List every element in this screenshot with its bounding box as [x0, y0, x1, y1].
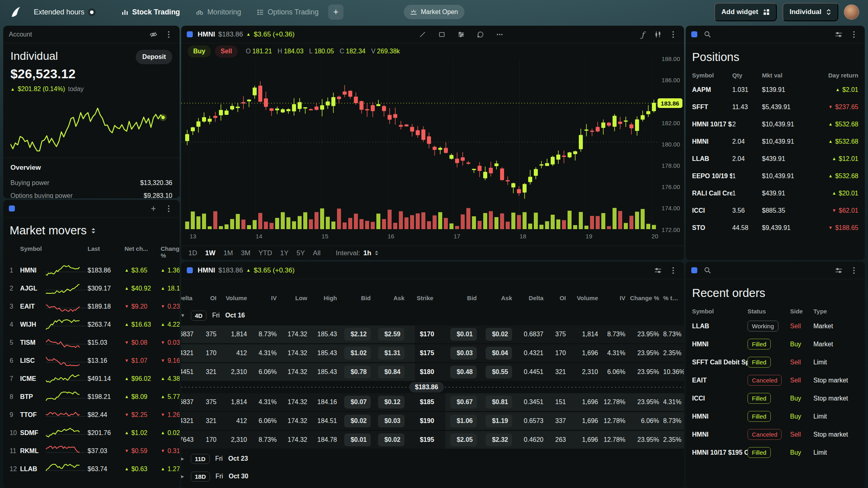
- range-button-ytd[interactable]: YTD: [258, 249, 272, 257]
- position-row[interactable]: SFFT11.43$5,439.91▼$237.65: [686, 98, 865, 116]
- formula-icon[interactable]: ƒ: [637, 29, 648, 40]
- call-ask-button[interactable]: $1.31: [378, 347, 404, 360]
- positions-filter-icon[interactable]: [833, 29, 844, 40]
- extended-hours-toggle[interactable]: Extended hours: [34, 8, 94, 16]
- interval-stepper-icon[interactable]: [374, 250, 379, 256]
- sort-updown-icon[interactable]: [91, 227, 96, 234]
- widget-drag-handle[interactable]: [9, 205, 15, 211]
- range-button-1m[interactable]: 1M: [223, 249, 233, 257]
- order-row[interactable]: HMNI 10/17 $195 CallFilledBuyLimit: [686, 443, 865, 462]
- put-ask-button[interactable]: $0.02: [486, 328, 512, 341]
- option-chain-row[interactable]: 0.76431702,3108.73%174.32184.78$0.01$0.0…: [181, 431, 684, 449]
- put-bid-button[interactable]: $2.05: [450, 433, 477, 446]
- interval-control[interactable]: Interval: 1h: [336, 249, 379, 257]
- call-ask-button[interactable]: $0.02: [378, 433, 404, 446]
- call-ask-button[interactable]: $0.03: [378, 415, 404, 427]
- put-bid-button[interactable]: $0.03: [450, 347, 477, 360]
- option-chain-row[interactable]: 0.44513212,3106.06%174.32185.43$0.78$0.8…: [181, 363, 684, 381]
- add-symbol-icon[interactable]: +: [148, 203, 159, 214]
- tab-stock-trading[interactable]: Stock Trading: [115, 4, 186, 20]
- widget-drag-handle[interactable]: [691, 267, 697, 273]
- call-bid-button[interactable]: $0.01: [344, 433, 371, 446]
- option-chain-row[interactable]: 0.43211704124.31%174.32185.43$1.02$1.31$…: [181, 344, 684, 362]
- option-chain-row[interactable]: 0.43213214126.06%174.32184.51$0.02$0.03$…: [181, 412, 684, 430]
- range-button-5y[interactable]: 5Y: [296, 249, 305, 257]
- order-row[interactable]: EAITCanceledSellStop market: [686, 371, 865, 389]
- call-bid-button[interactable]: $0.02: [344, 415, 371, 427]
- list-item[interactable]: 10SDMF$201.76▲$1.02▲0.02%: [3, 424, 180, 442]
- movers-menu-kebab-icon[interactable]: [163, 203, 174, 214]
- user-avatar[interactable]: [844, 4, 859, 20]
- list-item[interactable]: 2AJGL$309.17▲$40.92▲18.11%: [3, 279, 180, 297]
- robinhood-logo-icon[interactable]: [9, 5, 22, 19]
- call-bid-button[interactable]: $0.78: [344, 366, 371, 378]
- option-chain-row[interactable]: 0.68373751,8148.73%174.32185.43$2.12$2.5…: [181, 325, 684, 343]
- list-item[interactable]: 11RKML$37.03▼$0.59▼0.31%: [3, 442, 180, 460]
- expiry-row-oct23[interactable]: ▶ 11D Fri Oct 23: [181, 451, 684, 466]
- range-button-3m[interactable]: 3M: [241, 249, 251, 257]
- list-item[interactable]: 12LLAB$63.74▲$0.63▲1.27%: [3, 460, 180, 478]
- put-ask-button[interactable]: $2.32: [486, 433, 512, 446]
- tab-options-trading[interactable]: Options Trading: [251, 4, 325, 20]
- order-row[interactable]: LLABWorkingSellMarket: [686, 317, 865, 335]
- more-tools-ellipsis-icon[interactable]: [494, 29, 505, 40]
- put-bid-button[interactable]: $0.01: [450, 328, 477, 341]
- hide-balances-icon[interactable]: [148, 29, 159, 40]
- position-row[interactable]: EEPO 10/19 $456 Put1$10,439.91▲$532.68: [686, 167, 865, 185]
- add-tab-button[interactable]: +: [328, 4, 343, 20]
- tab-monitoring[interactable]: Monitoring: [190, 4, 247, 20]
- position-row[interactable]: HMNI2.04$10,439.91▲$532.68: [686, 133, 865, 150]
- orders-menu-kebab-icon[interactable]: [849, 265, 859, 276]
- indicators-icon[interactable]: [456, 29, 466, 40]
- call-bid-button[interactable]: $2.12: [344, 328, 371, 341]
- put-bid-button[interactable]: $0.48: [450, 366, 477, 378]
- position-row[interactable]: LLAB2.04$439.91▲$12.01: [686, 150, 865, 167]
- buy-button[interactable]: Buy: [188, 45, 211, 57]
- orders-filter-icon[interactable]: [833, 265, 844, 276]
- put-ask-button[interactable]: $0.04: [486, 347, 512, 360]
- put-ask-button[interactable]: $0.55: [486, 366, 512, 378]
- widget-drag-handle[interactable]: [187, 267, 193, 273]
- put-bid-button[interactable]: $1.06: [450, 415, 477, 427]
- position-row[interactable]: HMNI 10/17 $195 Call2$10,439.91▲$532.68: [686, 116, 865, 133]
- list-item[interactable]: 4WIJH$263.74▲$16.63▲4.22%: [3, 315, 180, 333]
- call-bid-button[interactable]: $1.02: [344, 347, 371, 360]
- candle-style-icon[interactable]: [653, 29, 663, 40]
- position-row[interactable]: ICCI3.56$885.35▼$62.01: [686, 202, 865, 219]
- list-item[interactable]: 6LISC$13.16▼$1.07▼9.16%: [3, 352, 180, 370]
- list-item[interactable]: 1HMNI$183.86▲$3.65▲1.36%: [3, 261, 180, 279]
- order-row[interactable]: HMNICanceledSellStop market: [686, 425, 865, 443]
- range-button-1y[interactable]: 1Y: [280, 249, 288, 257]
- order-row[interactable]: HMNIFilledBuyMarket: [686, 335, 865, 353]
- search-icon[interactable]: [702, 29, 713, 40]
- expiry-row-oct30[interactable]: ▶ 18D Fri Oct 30: [181, 469, 684, 484]
- put-ask-button[interactable]: $0.81: [486, 396, 512, 409]
- position-row[interactable]: STO44.58$9,439.91▼$188.65: [686, 219, 865, 236]
- search-icon[interactable]: [702, 265, 713, 276]
- chart-menu-kebab-icon[interactable]: [668, 29, 678, 40]
- position-row[interactable]: RALI Call Credit Spread1$439.91▲$20.01: [686, 185, 865, 202]
- positions-menu-kebab-icon[interactable]: [849, 29, 859, 40]
- expiry-row-oct16[interactable]: ▼ 4D Fri Oct 16: [181, 308, 684, 323]
- call-ask-button[interactable]: $0.84: [378, 366, 404, 378]
- list-item[interactable]: 8BTP$198.21▲$8.09▲5.77%: [3, 388, 180, 406]
- range-button-1d[interactable]: 1D: [188, 249, 197, 257]
- order-row[interactable]: HMNIFilledBuyLimit: [686, 407, 865, 425]
- order-row[interactable]: ICCIFilledBuyStop market: [686, 389, 865, 407]
- account-switcher[interactable]: Individual: [782, 3, 838, 21]
- range-button-all[interactable]: All: [313, 249, 321, 257]
- candlestick-chart[interactable]: 188.00186.00184.00182.00180.00178.00176.…: [181, 59, 684, 246]
- range-button-1w[interactable]: 1W: [205, 249, 216, 257]
- order-row[interactable]: SFFT Call Debit SpreadFilledSellLimit: [686, 353, 865, 371]
- sell-button[interactable]: Sell: [215, 45, 237, 57]
- comment-bubble-icon[interactable]: [475, 29, 486, 40]
- widget-drag-handle[interactable]: [691, 31, 697, 37]
- options-menu-kebab-icon[interactable]: [668, 265, 678, 276]
- put-bid-button[interactable]: $0.67: [450, 396, 477, 409]
- widget-drag-handle[interactable]: [187, 31, 193, 37]
- list-item[interactable]: 3EAIT$189.18▼$9.20▼0.23%: [3, 297, 180, 315]
- trendline-tool-icon[interactable]: [417, 29, 428, 40]
- put-ask-button[interactable]: $1.19: [486, 415, 512, 427]
- option-chain-row[interactable]: 0.68373751,8144.31%174.32184.16$0.07$0.1…: [181, 393, 684, 411]
- call-ask-button[interactable]: $0.12: [378, 396, 404, 409]
